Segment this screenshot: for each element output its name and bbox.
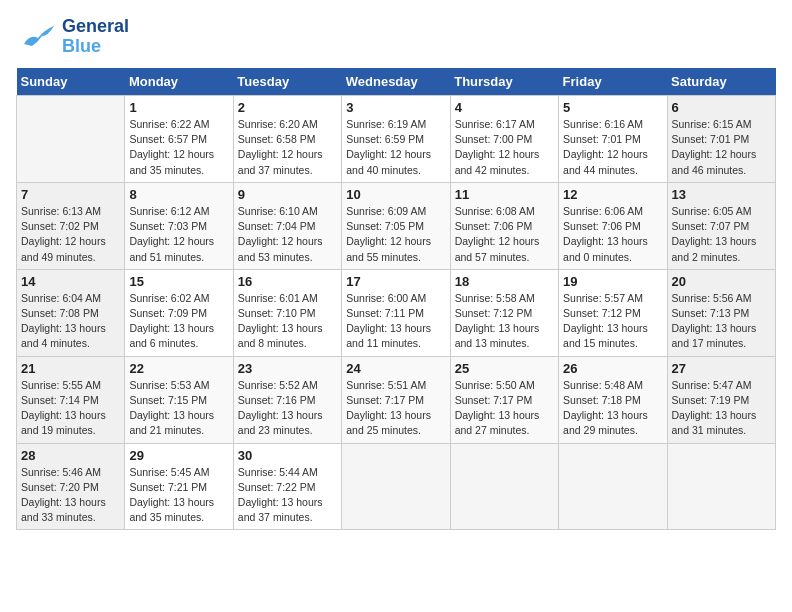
day-info: Sunrise: 5:56 AMSunset: 7:13 PMDaylight:…	[672, 291, 771, 352]
calendar-cell: 3Sunrise: 6:19 AMSunset: 6:59 PMDaylight…	[342, 96, 450, 183]
calendar-cell	[17, 96, 125, 183]
calendar-cell	[342, 443, 450, 530]
calendar-cell: 14Sunrise: 6:04 AMSunset: 7:08 PMDayligh…	[17, 269, 125, 356]
day-number: 9	[238, 187, 337, 202]
calendar-cell: 24Sunrise: 5:51 AMSunset: 7:17 PMDayligh…	[342, 356, 450, 443]
day-number: 11	[455, 187, 554, 202]
calendar-cell: 11Sunrise: 6:08 AMSunset: 7:06 PMDayligh…	[450, 182, 558, 269]
calendar-cell: 18Sunrise: 5:58 AMSunset: 7:12 PMDayligh…	[450, 269, 558, 356]
day-info: Sunrise: 6:13 AMSunset: 7:02 PMDaylight:…	[21, 204, 120, 265]
day-info: Sunrise: 6:19 AMSunset: 6:59 PMDaylight:…	[346, 117, 445, 178]
logo-text-block: General Blue	[62, 17, 129, 57]
logo-general: General	[62, 17, 129, 37]
calendar-cell: 4Sunrise: 6:17 AMSunset: 7:00 PMDaylight…	[450, 96, 558, 183]
day-info: Sunrise: 6:06 AMSunset: 7:06 PMDaylight:…	[563, 204, 662, 265]
day-number: 5	[563, 100, 662, 115]
calendar-cell: 5Sunrise: 6:16 AMSunset: 7:01 PMDaylight…	[559, 96, 667, 183]
weekday-header: Tuesday	[233, 68, 341, 96]
day-number: 28	[21, 448, 120, 463]
day-number: 13	[672, 187, 771, 202]
calendar-cell: 21Sunrise: 5:55 AMSunset: 7:14 PMDayligh…	[17, 356, 125, 443]
calendar-row: 14Sunrise: 6:04 AMSunset: 7:08 PMDayligh…	[17, 269, 776, 356]
day-number: 12	[563, 187, 662, 202]
day-info: Sunrise: 6:16 AMSunset: 7:01 PMDaylight:…	[563, 117, 662, 178]
calendar-cell: 10Sunrise: 6:09 AMSunset: 7:05 PMDayligh…	[342, 182, 450, 269]
day-info: Sunrise: 6:09 AMSunset: 7:05 PMDaylight:…	[346, 204, 445, 265]
calendar-row: 7Sunrise: 6:13 AMSunset: 7:02 PMDaylight…	[17, 182, 776, 269]
calendar-cell: 28Sunrise: 5:46 AMSunset: 7:20 PMDayligh…	[17, 443, 125, 530]
day-info: Sunrise: 5:53 AMSunset: 7:15 PMDaylight:…	[129, 378, 228, 439]
day-number: 20	[672, 274, 771, 289]
calendar-cell	[450, 443, 558, 530]
day-number: 22	[129, 361, 228, 376]
calendar-cell: 1Sunrise: 6:22 AMSunset: 6:57 PMDaylight…	[125, 96, 233, 183]
day-number: 30	[238, 448, 337, 463]
calendar-cell: 15Sunrise: 6:02 AMSunset: 7:09 PMDayligh…	[125, 269, 233, 356]
calendar-row: 21Sunrise: 5:55 AMSunset: 7:14 PMDayligh…	[17, 356, 776, 443]
day-info: Sunrise: 6:04 AMSunset: 7:08 PMDaylight:…	[21, 291, 120, 352]
day-info: Sunrise: 6:10 AMSunset: 7:04 PMDaylight:…	[238, 204, 337, 265]
weekday-header: Wednesday	[342, 68, 450, 96]
day-number: 1	[129, 100, 228, 115]
day-number: 24	[346, 361, 445, 376]
page-header: General Blue	[16, 16, 776, 58]
calendar-cell: 17Sunrise: 6:00 AMSunset: 7:11 PMDayligh…	[342, 269, 450, 356]
day-info: Sunrise: 6:12 AMSunset: 7:03 PMDaylight:…	[129, 204, 228, 265]
calendar-cell: 25Sunrise: 5:50 AMSunset: 7:17 PMDayligh…	[450, 356, 558, 443]
day-info: Sunrise: 6:17 AMSunset: 7:00 PMDaylight:…	[455, 117, 554, 178]
day-info: Sunrise: 5:52 AMSunset: 7:16 PMDaylight:…	[238, 378, 337, 439]
day-info: Sunrise: 6:00 AMSunset: 7:11 PMDaylight:…	[346, 291, 445, 352]
calendar-cell: 6Sunrise: 6:15 AMSunset: 7:01 PMDaylight…	[667, 96, 775, 183]
calendar-table: SundayMondayTuesdayWednesdayThursdayFrid…	[16, 68, 776, 530]
day-info: Sunrise: 5:44 AMSunset: 7:22 PMDaylight:…	[238, 465, 337, 526]
day-info: Sunrise: 6:02 AMSunset: 7:09 PMDaylight:…	[129, 291, 228, 352]
day-number: 8	[129, 187, 228, 202]
calendar-cell: 22Sunrise: 5:53 AMSunset: 7:15 PMDayligh…	[125, 356, 233, 443]
calendar-cell: 12Sunrise: 6:06 AMSunset: 7:06 PMDayligh…	[559, 182, 667, 269]
day-info: Sunrise: 6:08 AMSunset: 7:06 PMDaylight:…	[455, 204, 554, 265]
calendar-cell: 8Sunrise: 6:12 AMSunset: 7:03 PMDaylight…	[125, 182, 233, 269]
calendar-cell	[667, 443, 775, 530]
day-info: Sunrise: 5:58 AMSunset: 7:12 PMDaylight:…	[455, 291, 554, 352]
logo-blue: Blue	[62, 37, 101, 57]
calendar-row: 1Sunrise: 6:22 AMSunset: 6:57 PMDaylight…	[17, 96, 776, 183]
day-info: Sunrise: 6:20 AMSunset: 6:58 PMDaylight:…	[238, 117, 337, 178]
day-info: Sunrise: 5:46 AMSunset: 7:20 PMDaylight:…	[21, 465, 120, 526]
weekday-header: Saturday	[667, 68, 775, 96]
weekday-header: Sunday	[17, 68, 125, 96]
day-info: Sunrise: 5:48 AMSunset: 7:18 PMDaylight:…	[563, 378, 662, 439]
day-number: 19	[563, 274, 662, 289]
day-number: 7	[21, 187, 120, 202]
day-number: 16	[238, 274, 337, 289]
day-number: 21	[21, 361, 120, 376]
day-info: Sunrise: 6:05 AMSunset: 7:07 PMDaylight:…	[672, 204, 771, 265]
day-number: 25	[455, 361, 554, 376]
day-number: 23	[238, 361, 337, 376]
day-info: Sunrise: 5:50 AMSunset: 7:17 PMDaylight:…	[455, 378, 554, 439]
day-info: Sunrise: 6:22 AMSunset: 6:57 PMDaylight:…	[129, 117, 228, 178]
weekday-header: Monday	[125, 68, 233, 96]
calendar-cell: 20Sunrise: 5:56 AMSunset: 7:13 PMDayligh…	[667, 269, 775, 356]
calendar-cell: 13Sunrise: 6:05 AMSunset: 7:07 PMDayligh…	[667, 182, 775, 269]
day-info: Sunrise: 5:57 AMSunset: 7:12 PMDaylight:…	[563, 291, 662, 352]
calendar-cell: 23Sunrise: 5:52 AMSunset: 7:16 PMDayligh…	[233, 356, 341, 443]
calendar-cell: 30Sunrise: 5:44 AMSunset: 7:22 PMDayligh…	[233, 443, 341, 530]
calendar-cell: 9Sunrise: 6:10 AMSunset: 7:04 PMDaylight…	[233, 182, 341, 269]
header-row: SundayMondayTuesdayWednesdayThursdayFrid…	[17, 68, 776, 96]
calendar-cell: 26Sunrise: 5:48 AMSunset: 7:18 PMDayligh…	[559, 356, 667, 443]
day-info: Sunrise: 6:01 AMSunset: 7:10 PMDaylight:…	[238, 291, 337, 352]
day-number: 29	[129, 448, 228, 463]
day-number: 6	[672, 100, 771, 115]
calendar-cell: 16Sunrise: 6:01 AMSunset: 7:10 PMDayligh…	[233, 269, 341, 356]
day-info: Sunrise: 5:45 AMSunset: 7:21 PMDaylight:…	[129, 465, 228, 526]
day-number: 4	[455, 100, 554, 115]
calendar-cell: 29Sunrise: 5:45 AMSunset: 7:21 PMDayligh…	[125, 443, 233, 530]
day-number: 2	[238, 100, 337, 115]
weekday-header: Thursday	[450, 68, 558, 96]
logo: General Blue	[16, 16, 129, 58]
day-info: Sunrise: 6:15 AMSunset: 7:01 PMDaylight:…	[672, 117, 771, 178]
day-number: 3	[346, 100, 445, 115]
svg-rect-0	[16, 16, 58, 58]
day-info: Sunrise: 5:47 AMSunset: 7:19 PMDaylight:…	[672, 378, 771, 439]
calendar-cell: 2Sunrise: 6:20 AMSunset: 6:58 PMDaylight…	[233, 96, 341, 183]
